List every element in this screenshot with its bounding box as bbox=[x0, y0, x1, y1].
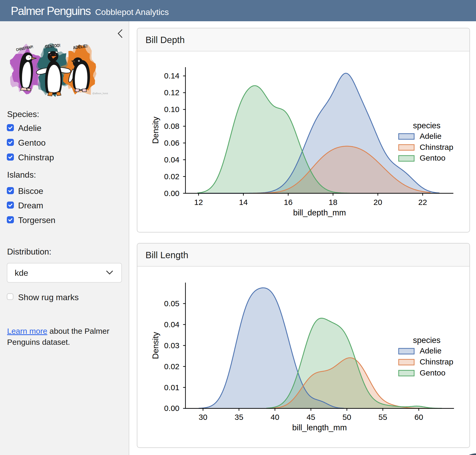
svg-text:GENTOO!: GENTOO! bbox=[45, 43, 61, 49]
svg-text:14: 14 bbox=[239, 198, 248, 207]
svg-text:species: species bbox=[413, 121, 440, 130]
svg-text:bill_depth_mm: bill_depth_mm bbox=[293, 208, 346, 217]
svg-text:0.02: 0.02 bbox=[164, 172, 179, 181]
svg-text:bill_length_mm: bill_length_mm bbox=[292, 423, 347, 432]
svg-text:@allison_horst: @allison_horst bbox=[92, 92, 108, 95]
svg-text:55: 55 bbox=[378, 413, 387, 421]
svg-text:35: 35 bbox=[235, 413, 243, 421]
svg-text:45: 45 bbox=[306, 413, 315, 421]
svg-text:0.00: 0.00 bbox=[164, 189, 179, 198]
svg-text:0.02: 0.02 bbox=[164, 362, 179, 371]
svg-text:20: 20 bbox=[374, 198, 382, 207]
svg-text:Adelie: Adelie bbox=[420, 132, 441, 140]
svg-text:50: 50 bbox=[343, 413, 351, 421]
svg-text:0.10: 0.10 bbox=[164, 105, 179, 114]
svg-text:Chinstrap: Chinstrap bbox=[420, 357, 453, 366]
svg-text:0.06: 0.06 bbox=[164, 139, 179, 147]
svg-text:0.01: 0.01 bbox=[164, 383, 179, 392]
svg-text:0.04: 0.04 bbox=[164, 155, 179, 164]
svg-text:30: 30 bbox=[199, 413, 207, 421]
svg-text:40: 40 bbox=[271, 413, 279, 421]
svg-text:0.03: 0.03 bbox=[164, 341, 179, 350]
svg-text:Chinstrap: Chinstrap bbox=[420, 143, 453, 151]
svg-text:18: 18 bbox=[329, 198, 337, 207]
svg-text:Density: Density bbox=[151, 332, 160, 359]
svg-text:0.00: 0.00 bbox=[164, 404, 179, 412]
svg-text:60: 60 bbox=[414, 413, 423, 421]
svg-text:0.05: 0.05 bbox=[164, 299, 179, 308]
svg-text:Adelie: Adelie bbox=[420, 346, 441, 355]
svg-text:species: species bbox=[413, 336, 440, 345]
svg-text:0.14: 0.14 bbox=[164, 71, 179, 80]
svg-text:16: 16 bbox=[284, 198, 293, 207]
svg-text:Gentoo: Gentoo bbox=[420, 368, 445, 377]
svg-text:0.08: 0.08 bbox=[164, 122, 179, 130]
svg-text:Density: Density bbox=[151, 117, 160, 144]
svg-text:0.12: 0.12 bbox=[164, 88, 179, 97]
svg-text:12: 12 bbox=[194, 198, 203, 207]
svg-text:0.04: 0.04 bbox=[164, 320, 179, 329]
svg-text:22: 22 bbox=[418, 198, 427, 207]
svg-text:Gentoo: Gentoo bbox=[420, 154, 445, 162]
